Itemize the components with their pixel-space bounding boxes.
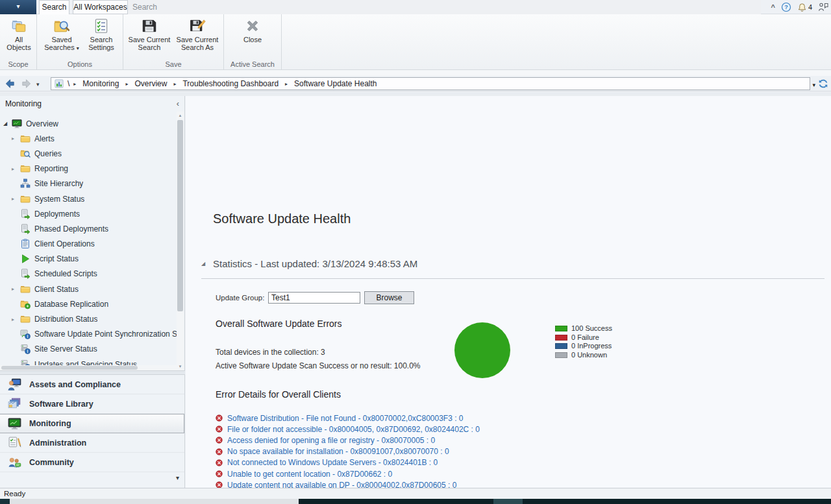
expander-collapsed-icon[interactable]: ▸ (12, 166, 20, 172)
workspace-community[interactable]: Community (0, 453, 184, 472)
expander-collapsed-icon[interactable]: ▸ (12, 286, 20, 292)
tree-item-alerts[interactable]: ▸ Alerts (0, 131, 177, 146)
tree-item-scheduled-scripts[interactable]: Scheduled Scripts (0, 267, 177, 282)
notification-count: 4 (808, 3, 812, 11)
workspace-assets-and-compliance[interactable]: Assets and Compliance (0, 375, 184, 394)
address-dropdown-caret-icon[interactable]: ▾ (812, 82, 815, 88)
tree-vertical-scrollbar[interactable]: ▴ ▾ (177, 112, 184, 370)
ribbon-gap (0, 70, 831, 76)
expander-collapsed-icon[interactable]: ▸ (12, 317, 20, 322)
scan-success-text: Active Software Update Scan Success or n… (216, 361, 421, 370)
expander-collapsed-icon[interactable]: ▸ (12, 196, 20, 202)
error-row: File or folder not accessible - 0x800040… (216, 424, 480, 435)
tree-item-system-status[interactable]: ▸ System Status (0, 191, 177, 206)
close-search-button[interactable]: Close (233, 17, 272, 43)
scroll-down-icon[interactable]: ▾ (177, 363, 184, 370)
error-icon (216, 426, 223, 433)
expander-collapsed-icon[interactable]: ▸ (12, 136, 20, 141)
tab-search[interactable]: Search (39, 0, 69, 14)
update-group-input[interactable] (268, 292, 360, 304)
status-bar: Ready (0, 488, 831, 499)
notifications-button[interactable]: 4 (797, 3, 812, 12)
tree-item-script-status[interactable]: Script Status (0, 252, 177, 267)
error-link[interactable]: Not connected to Windows Update Servers … (227, 458, 438, 467)
error-details-heading: Error Details for Overall Clients (216, 389, 341, 400)
tree-item-client-operations[interactable]: Client Operations (0, 237, 177, 252)
back-icon[interactable] (3, 78, 17, 90)
ribbon-group-active-search: Close Active Search (224, 14, 282, 69)
folder-icon (20, 284, 31, 294)
error-icon (216, 414, 223, 422)
all-objects-icon (10, 18, 27, 34)
tab-all-workspaces[interactable]: All Workspaces (73, 0, 128, 14)
breadcrumb-item-overview[interactable]: Overview (132, 79, 169, 88)
scrollbar-thumb[interactable] (1, 366, 138, 370)
workspace-list: Assets and Compliance Software Library M… (0, 375, 184, 472)
saved-searches-button[interactable]: Saved Searches ▾ (42, 17, 81, 53)
collapse-pane-icon[interactable]: ‹ (177, 96, 179, 112)
browse-button[interactable]: Browse (364, 291, 414, 304)
section-collapse-icon[interactable]: ◢ (201, 261, 205, 267)
search-settings-button[interactable]: Search Settings (82, 17, 120, 51)
pie-chart (454, 322, 510, 378)
forward-icon[interactable] (19, 78, 34, 90)
application-menu-button[interactable]: ▾ (0, 0, 36, 14)
monitor-icon (12, 119, 22, 129)
tree-item-queries[interactable]: Queries (0, 146, 177, 161)
save-current-search-as-button[interactable]: Save Current Search As (174, 17, 221, 51)
folder-icon (20, 134, 31, 144)
tree-item-phased-deployments[interactable]: Phased Deployments (0, 221, 177, 236)
tree-item-client-status[interactable]: ▸ Client Status (0, 282, 177, 296)
error-link[interactable]: Software Distribution - File not Found -… (227, 414, 464, 423)
assets-icon (8, 378, 21, 391)
refresh-icon[interactable] (818, 78, 828, 89)
error-link[interactable]: File or folder not accessible - 0x800040… (227, 425, 480, 434)
tree-item-reporting[interactable]: ▸ Reporting (0, 162, 177, 176)
tree-horizontal-scrollbar[interactable] (0, 365, 177, 370)
tree-item-updates-and-servicing-status[interactable]: Updates and Servicing Status (0, 357, 177, 365)
breadcrumb-item-monitoring[interactable]: Monitoring (80, 79, 121, 88)
expander-expanded-icon[interactable]: ◢ (3, 121, 12, 126)
scroll-up-icon[interactable]: ▴ (177, 112, 184, 119)
minimize-ribbon-icon[interactable]: ^ (771, 1, 775, 13)
all-objects-button[interactable]: All Objects (3, 17, 34, 51)
taskbar-sliver (493, 499, 523, 504)
legend-item-failure: 0 Failure (555, 333, 612, 342)
pane-splitter[interactable] (0, 370, 185, 375)
legend-swatch-inprogress (555, 343, 567, 349)
global-search-input[interactable] (128, 0, 761, 14)
workspace-software-library[interactable]: Software Library (0, 394, 184, 414)
save-icon (141, 18, 158, 34)
error-link[interactable]: Unable to get content location - 0x87D00… (227, 470, 392, 479)
tree-item-distribution-status[interactable]: ▸ Distribution Status (0, 311, 177, 326)
tree-item-deployments[interactable]: Deployments (0, 206, 177, 221)
nav-history-caret-icon[interactable]: ▾ (36, 81, 40, 88)
tree-item-site-server-status[interactable]: Site Server Status (0, 342, 177, 357)
save-current-search-button[interactable]: Save Current Search (126, 17, 173, 51)
monitoring-icon (8, 417, 21, 431)
error-link[interactable]: No space available for installation - 0x… (227, 447, 449, 456)
workspace-monitoring[interactable]: Monitoring (0, 414, 184, 433)
tree-item-database-replication[interactable]: Database Replication (0, 296, 177, 311)
error-icon (216, 448, 223, 455)
pane-title: Monitoring (0, 99, 42, 108)
breadcrumb-item-software-update-health[interactable]: Software Update Health (291, 79, 379, 88)
tree-item-site-hierarchy[interactable]: Site Hierarchy (0, 176, 177, 191)
feedback-icon[interactable] (818, 2, 828, 12)
help-icon[interactable] (781, 2, 791, 12)
scrollbar-thumb[interactable] (177, 120, 183, 311)
folder-icon (20, 194, 31, 204)
error-link[interactable]: Access denied for opening a file or regi… (227, 436, 435, 445)
tree-item-overview[interactable]: ◢ Overview (0, 116, 177, 131)
workspace-administration[interactable]: Administration (0, 433, 184, 453)
ribbon-group-label: Scope (0, 60, 36, 68)
taskbar-sliver (523, 499, 831, 504)
breadcrumb-root[interactable]: \ (68, 79, 69, 88)
breadcrumb-item-troubleshooting-dashboard[interactable]: Troubleshooting Dashboard (180, 79, 281, 88)
dashboard-chart-icon (55, 79, 64, 88)
chevron-right-icon: ▸ (73, 81, 76, 87)
workspace-options-caret-icon[interactable]: ▾ (176, 474, 179, 481)
status-text: Ready (0, 488, 831, 499)
taskbar-sliver (0, 499, 10, 504)
tree-item-sup-synchronization-status[interactable]: Software Update Point Synchronization St… (0, 327, 177, 342)
